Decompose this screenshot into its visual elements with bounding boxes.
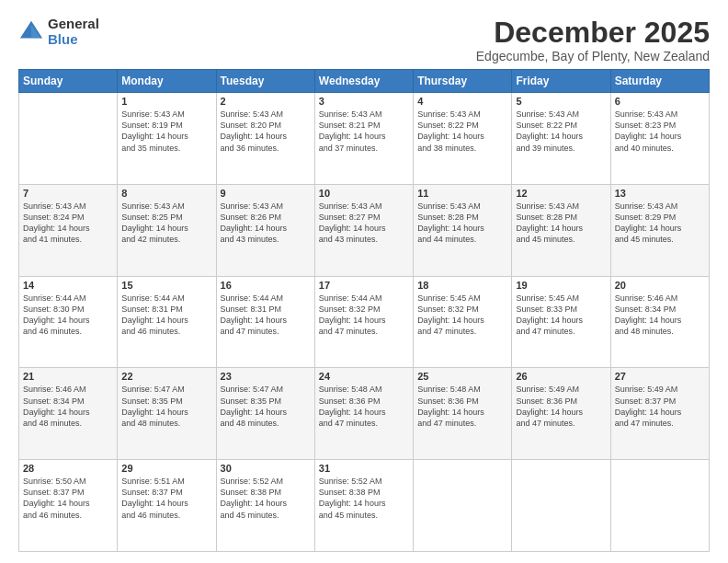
cell-text-line: Sunrise: 5:49 AM (615, 384, 705, 395)
cell-text-line: and 39 minutes. (516, 143, 606, 154)
cell-text-line: Sunrise: 5:47 AM (121, 384, 211, 395)
cell-text-line: and 42 minutes. (121, 234, 211, 245)
day-number: 17 (319, 280, 409, 291)
cell-text-line: Sunrise: 5:52 AM (319, 476, 409, 487)
day-number: 11 (417, 188, 507, 199)
cell-text-line: and 45 minutes. (516, 234, 606, 245)
calendar-cell: 6Sunrise: 5:43 AMSunset: 8:23 PMDaylight… (610, 93, 709, 185)
day-number: 12 (516, 188, 606, 199)
cell-text-line: and 40 minutes. (615, 143, 705, 154)
weekday-header-tuesday: Tuesday (216, 70, 314, 93)
cell-text-line: Sunrise: 5:44 AM (23, 293, 113, 304)
cell-text-line: and 45 minutes. (221, 510, 311, 521)
calendar-week-row: 7Sunrise: 5:43 AMSunset: 8:24 PMDaylight… (19, 184, 710, 276)
calendar-cell: 14Sunrise: 5:44 AMSunset: 8:30 PMDayligh… (19, 276, 118, 368)
cell-text-line: Daylight: 14 hours (516, 131, 606, 142)
weekday-header-row: SundayMondayTuesdayWednesdayThursdayFrid… (19, 70, 710, 93)
day-number: 5 (516, 96, 606, 107)
cell-text-line: and 47 minutes. (319, 326, 409, 337)
cell-text-line: and 47 minutes. (516, 418, 606, 429)
cell-text-line: Sunset: 8:27 PM (319, 212, 409, 223)
cell-text-line: Daylight: 14 hours (23, 407, 113, 418)
cell-text-line: Sunrise: 5:52 AM (221, 476, 311, 487)
cell-text-line: Daylight: 14 hours (121, 131, 211, 142)
cell-text-line: and 47 minutes. (417, 418, 507, 429)
cell-text-line: Daylight: 14 hours (516, 223, 606, 234)
calendar-cell: 7Sunrise: 5:43 AMSunset: 8:24 PMDaylight… (19, 184, 118, 276)
calendar-cell: 4Sunrise: 5:43 AMSunset: 8:22 PMDaylight… (414, 93, 512, 185)
cell-text-line: Sunset: 8:20 PM (221, 120, 311, 131)
calendar-cell: 29Sunrise: 5:51 AMSunset: 8:37 PMDayligh… (118, 460, 216, 552)
cell-text-line: Sunrise: 5:43 AM (516, 201, 606, 212)
day-number: 1 (121, 96, 211, 107)
cell-text-line: and 45 minutes. (615, 234, 705, 245)
cell-text-line: and 48 minutes. (23, 418, 113, 429)
cell-text-line: Sunrise: 5:44 AM (221, 293, 311, 304)
cell-text-line: Sunset: 8:33 PM (516, 304, 606, 315)
cell-text-line: and 46 minutes. (23, 326, 113, 337)
cell-text-line: Sunrise: 5:51 AM (121, 476, 211, 487)
calendar-cell: 31Sunrise: 5:52 AMSunset: 8:38 PMDayligh… (314, 460, 413, 552)
cell-text-line: Sunrise: 5:43 AM (221, 201, 311, 212)
logo-icon (18, 19, 44, 45)
cell-text-line: Sunset: 8:36 PM (417, 396, 507, 407)
cell-text-line: and 35 minutes. (121, 143, 211, 154)
cell-text-line: Sunrise: 5:43 AM (319, 201, 409, 212)
cell-text-line: and 46 minutes. (121, 326, 211, 337)
calendar-cell: 1Sunrise: 5:43 AMSunset: 8:19 PMDaylight… (118, 93, 216, 185)
header: General Blue December 2025 Edgecumbe, Ba… (18, 17, 710, 63)
calendar-cell: 16Sunrise: 5:44 AMSunset: 8:31 PMDayligh… (216, 276, 314, 368)
weekday-header-sunday: Sunday (19, 70, 118, 93)
cell-text-line: and 47 minutes. (615, 418, 705, 429)
calendar-cell: 2Sunrise: 5:43 AMSunset: 8:20 PMDaylight… (216, 93, 314, 185)
cell-text-line: Daylight: 14 hours (319, 131, 409, 142)
calendar-cell: 18Sunrise: 5:45 AMSunset: 8:32 PMDayligh… (414, 276, 512, 368)
cell-text-line: Sunset: 8:38 PM (221, 487, 311, 498)
day-number: 16 (221, 280, 311, 291)
cell-text-line: Sunrise: 5:48 AM (319, 384, 409, 395)
day-number: 19 (516, 280, 606, 291)
cell-text-line: Sunrise: 5:43 AM (221, 109, 311, 120)
cell-text-line: Sunset: 8:29 PM (615, 212, 705, 223)
calendar-cell: 24Sunrise: 5:48 AMSunset: 8:36 PMDayligh… (314, 368, 413, 460)
day-number: 21 (23, 371, 113, 382)
calendar-cell: 13Sunrise: 5:43 AMSunset: 8:29 PMDayligh… (610, 184, 709, 276)
weekday-header-thursday: Thursday (414, 70, 512, 93)
calendar-cell: 21Sunrise: 5:46 AMSunset: 8:34 PMDayligh… (19, 368, 118, 460)
calendar-cell: 25Sunrise: 5:48 AMSunset: 8:36 PMDayligh… (414, 368, 512, 460)
cell-text-line: Daylight: 14 hours (121, 498, 211, 509)
weekday-header-monday: Monday (118, 70, 216, 93)
cell-text-line: Sunrise: 5:44 AM (319, 293, 409, 304)
cell-text-line: Daylight: 14 hours (221, 407, 311, 418)
cell-text-line: Sunset: 8:24 PM (23, 212, 113, 223)
day-number: 31 (319, 463, 409, 474)
cell-text-line: Sunrise: 5:45 AM (516, 293, 606, 304)
cell-text-line: Sunset: 8:37 PM (23, 487, 113, 498)
cell-text-line: Sunset: 8:35 PM (121, 396, 211, 407)
cell-text-line: Sunset: 8:26 PM (221, 212, 311, 223)
month-title: December 2025 (476, 17, 710, 49)
cell-text-line: and 41 minutes. (23, 234, 113, 245)
calendar-cell (512, 460, 610, 552)
day-number: 8 (121, 188, 211, 199)
cell-text-line: Sunset: 8:19 PM (121, 120, 211, 131)
day-number: 30 (221, 463, 311, 474)
cell-text-line: Daylight: 14 hours (23, 498, 113, 509)
cell-text-line: Sunset: 8:21 PM (319, 120, 409, 131)
cell-text-line: Daylight: 14 hours (319, 315, 409, 326)
day-number: 24 (319, 371, 409, 382)
day-number: 15 (121, 280, 211, 291)
cell-text-line: Daylight: 14 hours (121, 315, 211, 326)
cell-text-line: Daylight: 14 hours (319, 498, 409, 509)
logo-blue: Blue (48, 32, 99, 48)
calendar-cell: 15Sunrise: 5:44 AMSunset: 8:31 PMDayligh… (118, 276, 216, 368)
cell-text-line: Sunset: 8:35 PM (221, 396, 311, 407)
cell-text-line: and 43 minutes. (221, 234, 311, 245)
cell-text-line: Daylight: 14 hours (121, 223, 211, 234)
cell-text-line: Sunrise: 5:43 AM (615, 201, 705, 212)
cell-text-line: and 48 minutes. (615, 326, 705, 337)
cell-text-line: Sunset: 8:28 PM (516, 212, 606, 223)
day-number: 10 (319, 188, 409, 199)
logo: General Blue (18, 17, 99, 47)
cell-text-line: Daylight: 14 hours (417, 131, 507, 142)
